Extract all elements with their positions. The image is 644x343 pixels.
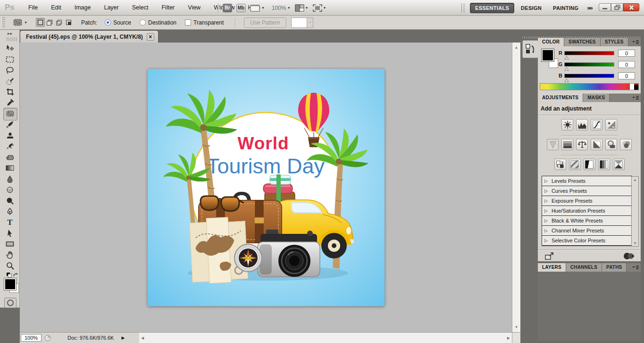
tab-layers[interactable]: LAYERS	[538, 263, 566, 272]
tab-masks[interactable]: MASKS	[583, 94, 610, 102]
clip-to-layer-icon[interactable]	[623, 252, 634, 260]
tool-burn[interactable]	[0, 195, 20, 206]
close-button[interactable]	[623, 3, 639, 11]
panel-menu-icon[interactable]	[632, 94, 641, 102]
tool-quick-selection[interactable]	[0, 76, 20, 86]
status-menu-arrow-icon[interactable]: ▶	[121, 335, 125, 340]
green-slider[interactable]	[564, 62, 614, 67]
quick-mask-button[interactable]	[4, 298, 17, 308]
threshold-icon[interactable]	[584, 159, 595, 170]
tool-type[interactable]: T	[0, 217, 20, 228]
zoom-level-control[interactable]: 100% ▼	[269, 5, 291, 11]
tool-dodge[interactable]	[0, 184, 20, 195]
vibrance-icon[interactable]	[547, 139, 559, 150]
blue-slider[interactable]	[564, 74, 614, 78]
new-selection-button[interactable]	[36, 18, 45, 27]
exposure-icon[interactable]	[605, 119, 617, 130]
menu-filter[interactable]: Filter	[155, 0, 181, 16]
tool-history-brush[interactable]	[0, 141, 20, 152]
color-balance-icon[interactable]	[576, 139, 588, 150]
menu-layer[interactable]: Layer	[97, 0, 125, 16]
channel-mixer-icon[interactable]	[620, 139, 632, 150]
zoom-level-value[interactable]: 100%	[272, 5, 286, 11]
slider-thumb[interactable]	[564, 56, 569, 60]
minimize-button[interactable]	[599, 3, 611, 11]
red-value-field[interactable]: 0	[618, 50, 635, 57]
workspace-painting[interactable]: PAINTING	[548, 3, 583, 13]
view-extras-button[interactable]: ▼	[250, 4, 265, 12]
tab-paths[interactable]: PATHS	[602, 263, 627, 272]
preset-black-white[interactable]: ▷Black & White Presets	[542, 215, 632, 226]
preset-exposure[interactable]: ▷Exposure Presets	[542, 196, 632, 206]
destination-radio[interactable]	[140, 19, 146, 26]
blue-value-field[interactable]: 0	[618, 72, 635, 79]
collapse-tools-button[interactable]: ▶▶	[0, 30, 19, 36]
posterize-icon[interactable]	[569, 159, 581, 170]
tool-hand[interactable]	[0, 249, 20, 260]
foreground-color-swatch[interactable]	[542, 49, 554, 61]
expand-triangle-icon[interactable]: ▷	[544, 208, 548, 213]
curves-icon[interactable]	[591, 119, 602, 130]
screen-mode-button[interactable]: ▼	[313, 4, 326, 12]
red-slider[interactable]	[564, 51, 614, 55]
tab-channels[interactable]: CHANNELS	[566, 263, 602, 272]
arrange-documents-button[interactable]: ▼	[295, 4, 309, 12]
photo-filter-icon[interactable]	[605, 139, 617, 150]
grip-handle[interactable]	[461, 3, 464, 13]
document-tab[interactable]: Festival (45).eps @ 100% (Layer 1, CMYK/…	[20, 30, 159, 43]
expand-triangle-icon[interactable]: ▷	[544, 179, 548, 183]
expand-triangle-icon[interactable]: ▷	[544, 228, 548, 233]
tool-brush[interactable]	[0, 119, 20, 130]
brightness-contrast-icon[interactable]	[561, 119, 573, 130]
add-to-selection-button[interactable]	[45, 18, 54, 27]
tool-path-selection[interactable]	[0, 228, 20, 239]
scroll-down-icon[interactable]: ▼	[515, 322, 519, 332]
scroll-down-icon[interactable]: ▼	[634, 240, 637, 246]
gradient-map-icon[interactable]	[598, 159, 610, 170]
workspace-essentials[interactable]: ESSENTIALS	[470, 3, 514, 13]
grip-handle[interactable]	[7, 37, 17, 41]
expand-triangle-icon[interactable]: ▷	[544, 238, 548, 243]
artboard[interactable]: World Tourism Day	[148, 69, 385, 306]
black-and-white-icon[interactable]	[591, 139, 602, 150]
slider-thumb[interactable]	[564, 67, 569, 71]
selective-color-icon[interactable]	[613, 159, 625, 170]
panel-menu-icon[interactable]	[632, 38, 641, 46]
grip-handle[interactable]	[1, 17, 5, 28]
white-swatch[interactable]	[630, 84, 634, 90]
menu-image[interactable]: Image	[68, 0, 98, 16]
workspace-overflow-chevron[interactable]: »»	[587, 4, 592, 11]
presets-scrollbar[interactable]: ▲ ▼	[631, 176, 639, 247]
tool-pen[interactable]	[0, 206, 20, 217]
tool-clone-stamp[interactable]	[0, 130, 20, 141]
patch-destination-option[interactable]: Destination	[140, 19, 176, 26]
invert-icon[interactable]	[554, 159, 566, 170]
preset-hue-saturation[interactable]: ▷Hue/Saturation Presets	[542, 206, 632, 216]
menu-select[interactable]: Select	[125, 0, 155, 16]
levels-icon[interactable]	[576, 119, 588, 130]
launch-bridge-button[interactable]: Br	[223, 4, 232, 12]
scroll-right-icon[interactable]: ▶	[505, 336, 512, 340]
tab-color[interactable]: COLOR	[538, 38, 564, 46]
workspace-design[interactable]: DESIGN	[516, 3, 546, 13]
scratch-disk-icon[interactable]	[44, 334, 51, 342]
slider-thumb[interactable]	[564, 78, 569, 82]
tool-blur[interactable]	[0, 173, 20, 184]
source-radio[interactable]	[105, 19, 111, 26]
green-value-field[interactable]: 0	[618, 61, 635, 68]
tab-styles[interactable]: STYLES	[601, 38, 628, 46]
close-document-icon[interactable]: ×	[147, 33, 154, 41]
preset-curves[interactable]: ▷Curves Presets	[542, 186, 632, 196]
expand-triangle-icon[interactable]: ▷	[544, 189, 548, 193]
tool-move[interactable]	[0, 43, 20, 54]
intersect-selection-button[interactable]	[64, 18, 73, 27]
menu-edit[interactable]: Edit	[44, 0, 68, 16]
tool-zoom[interactable]	[0, 260, 20, 271]
vertical-scrollbar[interactable]: ▲ ▼	[512, 43, 520, 332]
transparent-option[interactable]: Transparent	[185, 19, 224, 26]
tab-swatches[interactable]: SWATCHES	[564, 38, 601, 46]
menu-file[interactable]: File	[22, 0, 44, 16]
transparent-checkbox[interactable]	[185, 19, 191, 26]
tool-eyedropper[interactable]	[0, 97, 20, 108]
tool-lasso[interactable]	[0, 65, 20, 76]
